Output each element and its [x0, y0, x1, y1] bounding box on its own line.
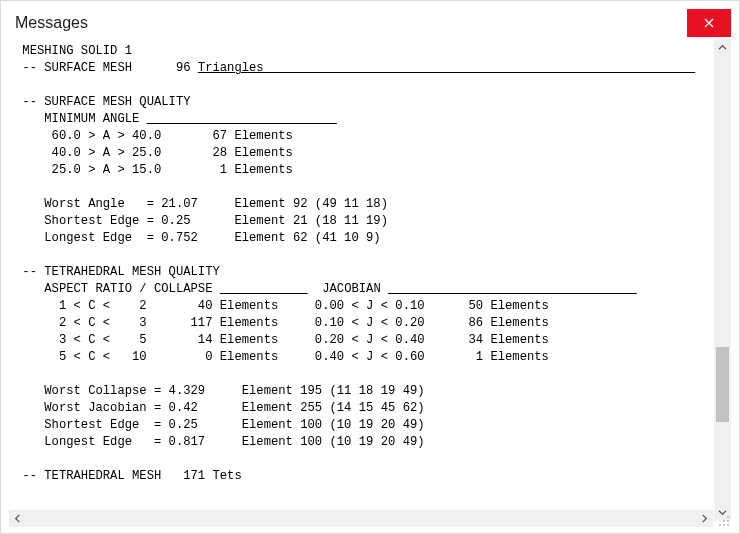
log-line: Shortest Edge = 0.25 Element 100 (10 19 …: [15, 417, 708, 434]
svg-point-2: [727, 520, 729, 522]
close-button[interactable]: [687, 9, 731, 37]
log-line: 40.0 > A > 25.0 28 Elements: [15, 145, 708, 162]
log-line: 25.0 > A > 15.0 1 Elements: [15, 162, 708, 179]
log-line: -- TETRAHEDRAL MESH 171 Tets: [15, 468, 708, 485]
log-line: MESHING SOLID 1: [15, 43, 708, 60]
svg-point-5: [727, 524, 729, 526]
log-line: Worst Collapse = 4.329 Element 195 (11 1…: [15, 383, 708, 400]
log-line: [15, 77, 708, 94]
scroll-up-arrow-icon[interactable]: [714, 39, 731, 56]
log-line: [15, 247, 708, 264]
log-line: 1 < C < 2 40 Elements 0.00 < J < 0.10 50…: [15, 298, 708, 315]
bottom-bar: [9, 510, 731, 527]
log-line: [15, 366, 708, 383]
log-line: 3 < C < 5 14 Elements 0.20 < J < 0.40 34…: [15, 332, 708, 349]
log-line: [15, 179, 708, 196]
log-line: Longest Edge = 0.817 Element 100 (10 19 …: [15, 434, 708, 451]
log-line: 2 < C < 3 117 Elements 0.10 < J < 0.20 8…: [15, 315, 708, 332]
log-text-pane[interactable]: MESHING SOLID 1 -- SURFACE MESH 96 Trian…: [9, 39, 714, 521]
log-line: Worst Jacobian = 0.42 Element 255 (14 15…: [15, 400, 708, 417]
log-line: MINIMUM ANGLE: [15, 111, 708, 128]
scroll-track[interactable]: [26, 510, 696, 527]
title-bar: Messages: [9, 7, 731, 39]
log-line: [15, 451, 708, 468]
svg-point-4: [723, 524, 725, 526]
log-line: Shortest Edge = 0.25 Element 21 (18 11 1…: [15, 213, 708, 230]
scroll-track[interactable]: [714, 56, 731, 504]
scroll-left-arrow-icon[interactable]: [9, 510, 26, 527]
close-icon: [704, 17, 714, 30]
log-line: Worst Angle = 21.07 Element 92 (49 11 18…: [15, 196, 708, 213]
log-line: -- SURFACE MESH QUALITY: [15, 94, 708, 111]
svg-point-3: [719, 524, 721, 526]
vertical-scrollbar[interactable]: [714, 39, 731, 521]
horizontal-scrollbar[interactable]: [9, 510, 713, 527]
window-title: Messages: [9, 14, 88, 32]
log-line: 60.0 > A > 40.0 67 Elements: [15, 128, 708, 145]
messages-window: Messages MESHING SOLID 1 -- SURFACE MESH…: [0, 0, 740, 534]
log-line: -- SURFACE MESH 96 Triangles: [15, 60, 708, 77]
client-area: MESHING SOLID 1 -- SURFACE MESH 96 Trian…: [9, 39, 731, 521]
svg-point-1: [723, 520, 725, 522]
scroll-thumb[interactable]: [716, 347, 729, 422]
log-line: 5 < C < 10 0 Elements 0.40 < J < 0.60 1 …: [15, 349, 708, 366]
log-line: ASPECT RATIO / COLLAPSE JACOBIAN: [15, 281, 708, 298]
resize-grip-icon[interactable]: [713, 510, 731, 528]
scroll-right-arrow-icon[interactable]: [696, 510, 713, 527]
log-line: -- TETRAHEDRAL MESH QUALITY: [15, 264, 708, 281]
log-line: Longest Edge = 0.752 Element 62 (41 10 9…: [15, 230, 708, 247]
svg-point-0: [727, 516, 729, 518]
